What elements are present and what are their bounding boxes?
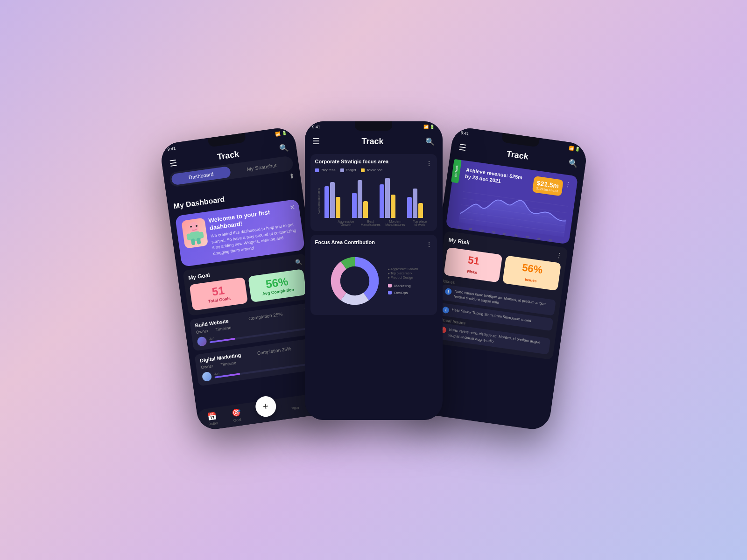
nav-today-label: Today	[207, 421, 218, 427]
revenue-right-side: $21.5m $1245m Ahead ⋮	[532, 176, 572, 197]
bar-3-1	[380, 184, 384, 218]
donut-chart-container: ● Aggressive Growth ● Top place work ● P…	[315, 252, 432, 310]
welcome-close-icon[interactable]: ✕	[289, 203, 296, 211]
right-time: 9:41	[460, 130, 469, 136]
bar-label-1: AggressiveGrowth	[334, 220, 359, 226]
donut-dot-marketing	[388, 284, 392, 287]
avg-completion-card: 56% Avg Completion	[248, 269, 307, 302]
share-icon[interactable]: ⬆	[289, 172, 295, 181]
hamburger-icon-center[interactable]: ☰	[312, 136, 320, 147]
x-label-03: 03	[480, 229, 483, 232]
legend-progress-label: Progress	[321, 168, 336, 172]
hamburger-icon[interactable]: ☰	[169, 158, 177, 169]
welcome-text: Welcome to your first dashboard! We crea…	[208, 205, 298, 257]
bar-3-2	[385, 178, 390, 218]
legend-target-dot	[340, 168, 344, 172]
donut-label-marketing: Marketing	[395, 284, 411, 288]
bar-1-2	[330, 182, 335, 218]
phones-container: 9:41 📶 🔋 ☰ Track 🔍 Dashboard My Snapshot…	[169, 131, 578, 429]
bar-labels: AggressiveGrowth BestManufactures Mordem…	[324, 220, 432, 226]
hamburger-icon-right[interactable]: ☰	[458, 142, 467, 153]
legend-progress-dot	[315, 168, 319, 172]
bar-group-3	[380, 178, 404, 218]
legend-tolerance: Tolerance	[361, 168, 383, 172]
revenue-value-badge: $21.5m $1245m Ahead	[532, 176, 564, 196]
legend-tolerance-label: Tolerance	[366, 168, 383, 172]
focus-chart-title: Focus Area Contribution	[315, 239, 375, 245]
goal-icon: 🎯	[231, 408, 241, 418]
create-plus-icon: +	[261, 400, 269, 413]
search-icon-right[interactable]: 🔍	[568, 158, 578, 168]
donut-legend: Marketing DevOps	[388, 284, 418, 295]
legend-target-label: Target	[346, 168, 356, 172]
donut-right-side: ● Aggressive Growth ● Top place work ● P…	[388, 267, 418, 295]
svg-point-0	[188, 222, 199, 233]
donut-chart-svg	[329, 255, 381, 307]
corporate-chart-title: Corporate Stratigic focus area	[315, 159, 389, 164]
left-status-icons: 📶 🔋	[275, 130, 287, 136]
center-status-icons: 📶 🔋	[423, 125, 435, 129]
x-label-01: 01	[458, 226, 461, 229]
center-time: 9:41	[312, 125, 321, 129]
issue-icon-1: ℹ	[444, 288, 452, 295]
risk-section-title: My Risk	[448, 237, 470, 246]
issue-icon-2: ℹ	[442, 307, 449, 314]
x-label-10: 10	[560, 240, 563, 244]
donut-legend-marketing: Marketing	[388, 284, 418, 288]
risks-label: Risks	[466, 269, 477, 275]
center-content: Corporate Stratigic focus area ⋮ Progres…	[305, 150, 443, 420]
contrib-label-2: ● Top place work	[388, 272, 418, 275]
y-axis-label: Avg Completion 85%	[317, 188, 320, 214]
revenue-menu[interactable]: ⋮	[564, 180, 571, 189]
search-icon-left[interactable]: 🔍	[279, 142, 289, 153]
revenue-card: On Track Achieve revenue: $25mby 23 dec …	[445, 159, 578, 245]
bar-label-4: Top placeto work	[408, 220, 432, 226]
risk-menu[interactable]: ⋮	[555, 251, 563, 259]
bar-4-3	[418, 203, 423, 218]
bar-2-3	[363, 201, 368, 218]
center-title: Track	[361, 137, 383, 147]
search-icon-center[interactable]: 🔍	[425, 137, 435, 146]
x-label-02: 02	[469, 228, 472, 231]
donut-dot-devops	[388, 291, 392, 294]
contribution-labels: ● Aggressive Growth ● Top place work ● P…	[388, 267, 418, 279]
focus-chart-menu[interactable]: ⋮	[426, 240, 432, 248]
search-icon-goal[interactable]: 🔍	[295, 259, 303, 266]
risks-number: 51	[449, 252, 498, 270]
welcome-avatar	[181, 217, 208, 248]
bar-4-2	[413, 189, 417, 218]
bar-2-2	[358, 180, 362, 218]
left-time: 9:41	[167, 146, 176, 152]
bar-1-1	[324, 186, 329, 218]
corporate-chart-menu[interactable]: ⋮	[426, 160, 432, 167]
bar-2-1	[352, 193, 357, 218]
corporate-chart-legend: Progress Target Tolerance	[315, 168, 432, 172]
nav-today[interactable]: 📅 Today	[206, 411, 218, 427]
bar-group-1	[324, 182, 349, 218]
x-label-04: 04	[492, 231, 495, 234]
nav-goal-label: Goal	[233, 418, 241, 423]
revenue-title-wrapper: Achieve revenue: $25mby 23 dec 2021	[464, 167, 522, 188]
phone-center: 9:41 📶 🔋 ☰ Track 🔍 Corporate Stratigic f…	[305, 121, 443, 420]
today-icon: 📅	[206, 411, 217, 421]
x-label-07: 07	[526, 236, 529, 239]
issues-label: Issues	[524, 277, 536, 283]
contrib-label-1: ● Aggressive Growth	[388, 267, 418, 271]
focus-chart-card: Focus Area Contribution ⋮	[310, 235, 437, 315]
goal-item-2-start: Jun	[214, 371, 219, 376]
x-label-06: 06	[514, 234, 517, 237]
bar-label-2: BestManufactures	[358, 220, 383, 226]
contrib-label-3: ● Product Design	[388, 276, 418, 279]
goal-item-2-avatar	[201, 371, 212, 382]
left-title: Track	[216, 149, 240, 161]
bar-label-3: MordemManufactures	[383, 220, 408, 226]
right-status-icons: 📶 🔋	[568, 146, 580, 152]
svg-point-12	[343, 269, 366, 293]
goal-item-1-avatar	[197, 336, 207, 347]
nav-goal[interactable]: 🎯 Goal	[231, 408, 242, 423]
bar-1-3	[336, 197, 340, 218]
risks-card: 51 Risks	[444, 247, 502, 283]
legend-target: Target	[340, 168, 356, 172]
donut-legend-devops: DevOps	[388, 291, 418, 295]
center-header: ☰ Track 🔍	[305, 133, 443, 150]
